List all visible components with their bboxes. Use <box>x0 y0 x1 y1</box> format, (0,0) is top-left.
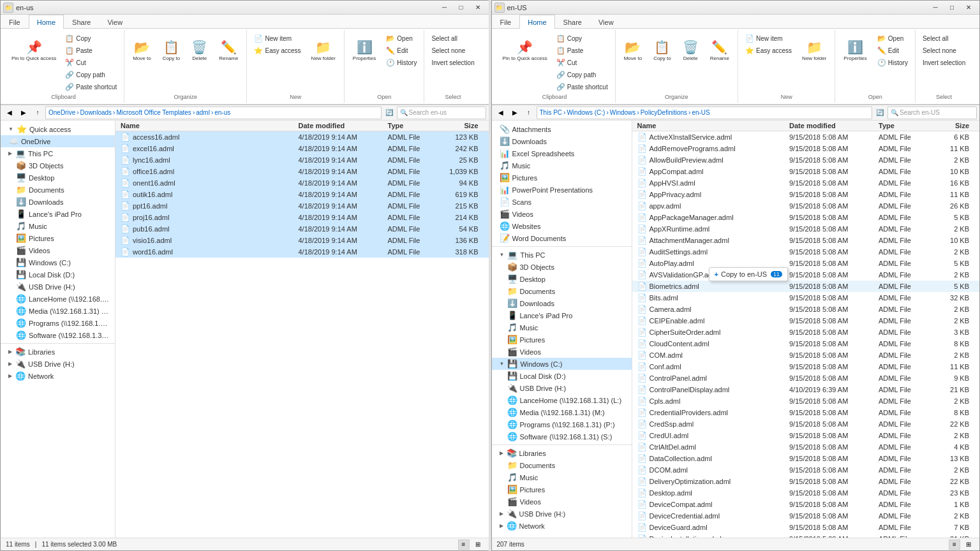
right-nav-desktop[interactable]: 🖥️ Desktop <box>492 273 632 285</box>
right-file-row[interactable]: 📄 CtrlAltDel.adml 9/15/2018 5:08 AM ADML… <box>632 441 980 453</box>
left-file-row[interactable]: 📄 ppt16.adml 4/18/2019 9:14 AM ADML File… <box>115 200 489 212</box>
right-nav-videos[interactable]: 🎬 Videos <box>492 208 632 220</box>
left-rename-btn[interactable]: ✏️ Rename <box>214 33 242 68</box>
right-pasteshortcut-btn[interactable]: 🔗 Paste shortcut <box>553 81 611 92</box>
left-nav-ipad[interactable]: 📱 Lance's iPad Pro <box>1 208 115 220</box>
right-nav-docs[interactable]: 📁 Documents <box>492 285 632 297</box>
right-nav-excel[interactable]: 📊 Excel Spreadsheets <box>492 147 632 159</box>
right-path-windows[interactable]: Windows <box>610 109 636 116</box>
left-nav-videos[interactable]: 🎬 Videos <box>1 244 115 256</box>
left-nav-programs[interactable]: 🌐 Programs (\\192.168.1.31) (P:) <box>1 317 115 329</box>
left-nav-usbh[interactable]: 🔌 USB Drive (H:) <box>1 281 115 293</box>
left-path-onedrive[interactable]: OneDrive <box>48 109 75 116</box>
right-open-btn[interactable]: 📂 Open <box>874 33 911 44</box>
right-nav-mus[interactable]: 🎵 Music <box>492 321 632 334</box>
right-file-row[interactable]: 📄 CEIPEnable.adml 9/15/2018 5:08 AM ADML… <box>632 315 980 327</box>
right-path-thispc[interactable]: This PC <box>540 109 563 116</box>
left-view-details-btn[interactable]: ≡ <box>458 540 470 550</box>
right-file-row[interactable]: 📄 DeviceGuard.adml 9/15/2018 5:08 AM ADM… <box>632 522 980 533</box>
left-tab-share[interactable]: Share <box>64 15 99 29</box>
left-nav-locd[interactable]: 💾 Local Disk (D:) <box>1 268 115 281</box>
right-nav-soft[interactable]: 🌐 Software (\\192.168.1.31) (S:) <box>492 430 632 443</box>
right-nav-word[interactable]: 📝 Word Documents <box>492 232 632 244</box>
right-nav-downloads[interactable]: ⬇️ Downloads <box>492 135 632 147</box>
left-path-adml[interactable]: adml <box>196 109 210 116</box>
left-nav-lancehome[interactable]: 🌐 LanceHome (\\192.168.1.31) (L:) <box>1 293 115 305</box>
right-nav-usb2[interactable]: ▶ 🔌 USB Drive (H:) <box>492 508 632 520</box>
left-edit-btn[interactable]: ✏️ Edit <box>383 45 420 56</box>
right-invertselection-btn[interactable]: Invert selection <box>919 57 969 68</box>
right-edit-btn[interactable]: ✏️ Edit <box>874 45 911 56</box>
right-file-row[interactable]: 📄 AppHVSI.adml 9/15/2018 5:08 AM ADML Fi… <box>632 177 980 189</box>
left-nav-winc[interactable]: 💾 Windows (C:) <box>1 256 115 268</box>
left-nav-onedrive[interactable]: ☁️ OneDrive <box>1 135 115 147</box>
right-cut-btn[interactable]: ✂️ Cut <box>553 57 611 68</box>
left-selectall-btn[interactable]: Select all <box>428 33 477 44</box>
right-nav-ppt[interactable]: 📊 PowerPoint Presentations <box>492 184 632 196</box>
right-tab-file[interactable]: File <box>492 15 520 29</box>
left-file-row[interactable]: 📄 pub16.adml 4/18/2019 9:14 AM ADML File… <box>115 223 489 235</box>
right-file-row[interactable]: 📄 AppCompat.adml 9/15/2018 5:08 AM ADML … <box>632 166 980 177</box>
right-nav-lancehome[interactable]: 🌐 LanceHome (\\192.168.1.31) (L:) <box>492 394 632 406</box>
right-nav-websites[interactable]: 🌐 Websites <box>492 220 632 232</box>
left-refresh-btn[interactable]: 🔄 <box>383 107 396 119</box>
right-nav-scans[interactable]: 📄 Scans <box>492 196 632 208</box>
right-nav-libs[interactable]: ▶ 📚 Libraries <box>492 447 632 459</box>
left-maximize-btn[interactable]: □ <box>453 2 470 13</box>
right-file-row[interactable]: 📄 Conf.adml 9/15/2018 5:08 AM ADML File … <box>632 361 980 372</box>
right-file-row[interactable]: 📄 AppXRuntime.adml 9/15/2018 5:08 AM ADM… <box>632 223 980 235</box>
right-col-type[interactable]: Type <box>879 122 930 129</box>
right-path-enus[interactable]: en-US <box>692 109 709 116</box>
right-up-btn[interactable]: ↑ <box>523 107 535 119</box>
left-copypath-btn[interactable]: 🔗 Copy path <box>62 69 120 80</box>
right-nav-net[interactable]: ▶ 🌐 Network <box>492 520 632 532</box>
right-file-row[interactable]: 📄 AllowBuildPreview.adml 9/15/2018 5:08 … <box>632 154 980 166</box>
left-nav-downloads[interactable]: ⬇️ Downloads <box>1 196 115 208</box>
right-nav-lib-vid[interactable]: 🎬 Videos <box>492 496 632 508</box>
right-history-btn[interactable]: 🕐 History <box>874 57 911 68</box>
left-col-size[interactable]: Size <box>439 122 484 129</box>
left-tab-file[interactable]: File <box>1 15 29 29</box>
left-path-templates[interactable]: Microsoft Office Templates <box>116 109 191 116</box>
left-minimize-btn[interactable]: ─ <box>436 2 453 13</box>
left-nav-documents[interactable]: 📁 Documents <box>1 184 115 196</box>
left-properties-btn[interactable]: ℹ️ Properties <box>348 33 380 68</box>
left-nav-thispc[interactable]: ▶ 💻 This PC <box>1 147 115 159</box>
right-nav-lib-pic[interactable]: 🖼️ Pictures <box>492 483 632 496</box>
right-nav-prog[interactable]: 🌐 Programs (\\192.168.1.31) (P:) <box>492 418 632 430</box>
left-close-btn[interactable]: ✕ <box>470 2 486 13</box>
left-tab-view[interactable]: View <box>99 15 131 29</box>
right-file-row[interactable]: 📄 AuditSettings.adml 9/15/2018 5:08 AM A… <box>632 246 980 258</box>
right-nav-dl[interactable]: ⬇️ Downloads <box>492 297 632 309</box>
right-close-btn[interactable]: ✕ <box>960 2 977 13</box>
right-col-size[interactable]: Size <box>930 122 974 129</box>
right-file-row[interactable]: 📄 AttachmentManager.adml 9/15/2018 5:08 … <box>632 235 980 246</box>
right-file-row[interactable]: 📄 CredUI.adml 9/15/2018 5:08 AM ADML Fil… <box>632 430 980 441</box>
left-nav-network[interactable]: ▶ 🌐 Network <box>1 370 115 382</box>
left-address-path[interactable]: OneDrive › Downloads › Microsoft Office … <box>45 107 382 119</box>
right-copyto-btn[interactable]: 📋 Copy to <box>649 33 676 68</box>
right-file-row[interactable]: 📄 Camera.adml 9/15/2018 5:08 AM ADML Fil… <box>632 304 980 315</box>
left-nav-software[interactable]: 🌐 Software (\\192.168.1.31) (S:) <box>1 329 115 341</box>
right-file-row[interactable]: 📄 AddRemovePrograms.adml 9/15/2018 5:08 … <box>632 143 980 154</box>
right-nav-pic[interactable]: 🖼️ Pictures <box>492 334 632 346</box>
right-nav-vid[interactable]: 🎬 Videos <box>492 346 632 358</box>
right-nav-winc[interactable]: ▼ 💾 Windows (C:) <box>492 358 632 370</box>
right-path-winc[interactable]: Windows (C:) <box>567 109 605 116</box>
right-forward-btn[interactable]: ▶ <box>509 107 521 119</box>
right-tab-home[interactable]: Home <box>519 15 554 29</box>
right-nav-med[interactable]: 🌐 Media (\\192.168.1.31) (M:) <box>492 406 632 418</box>
right-nav-lib-mus[interactable]: 🎵 Music <box>492 471 632 483</box>
left-easyaccess-btn[interactable]: ⭐ Easy access <box>251 45 304 56</box>
left-history-btn[interactable]: 🕐 History <box>383 57 420 68</box>
right-file-row[interactable]: 📄 DeviceCredential.adml 9/15/2018 5:08 A… <box>632 510 980 522</box>
right-newfolder-btn[interactable]: 📁 New folder <box>798 33 831 68</box>
right-file-row[interactable]: 📄 CipherSuiteOrder.adml 9/15/2018 5:08 A… <box>632 327 980 338</box>
left-file-row[interactable]: 📄 lync16.adml 4/18/2019 9:14 AM ADML Fil… <box>115 154 489 166</box>
left-delete-btn[interactable]: 🗑️ Delete <box>187 33 212 68</box>
left-file-row[interactable]: 📄 word16.adml 4/18/2019 9:14 AM ADML Fil… <box>115 246 489 258</box>
right-file-row[interactable]: 📄 DeviceCompat.adml 9/15/2018 5:08 AM AD… <box>632 499 980 510</box>
right-easyaccess-btn[interactable]: ⭐ Easy access <box>742 45 795 56</box>
right-search-box[interactable]: 🔍 Search en-US <box>887 107 977 119</box>
right-properties-btn[interactable]: ℹ️ Properties <box>839 33 871 68</box>
